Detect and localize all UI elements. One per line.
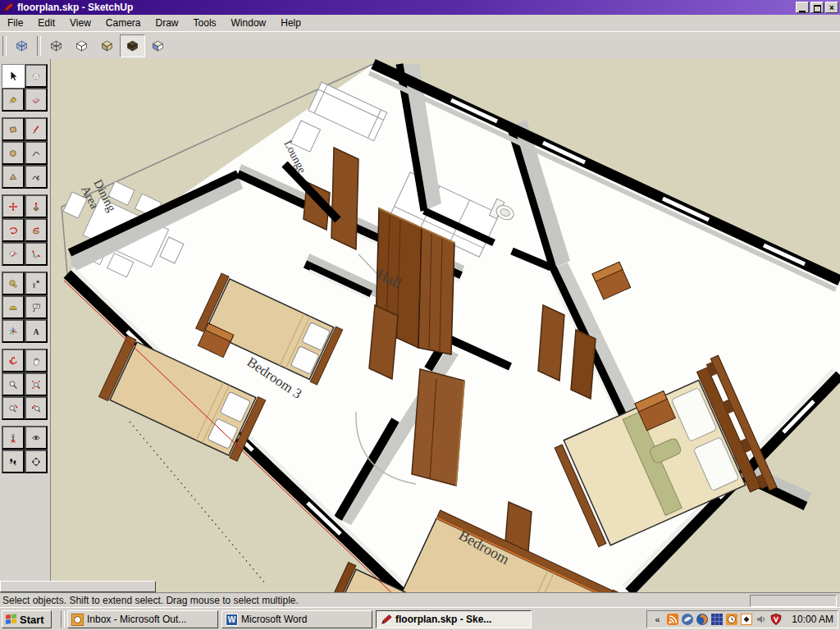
rss-icon[interactable]	[666, 614, 678, 626]
tape-measure-icon	[8, 275, 18, 293]
alarm-clock-icon[interactable]	[725, 614, 737, 626]
svg-text:A: A	[33, 326, 39, 336]
menu-file[interactable]: File	[0, 16, 30, 30]
tool-palette: ABC A	[0, 59, 51, 592]
menu-draw[interactable]: Draw	[148, 16, 186, 30]
scale-icon	[31, 245, 41, 263]
text-tool-button[interactable]: ABC	[25, 295, 48, 319]
drawing-viewport[interactable]: Dining Area Lounge Hall Bedroom 3 Bedroo…	[51, 59, 840, 592]
tray-overflow-chevron[interactable]: «	[651, 614, 664, 626]
line-tool-button[interactable]	[25, 117, 48, 141]
menu-window[interactable]: Window	[224, 16, 274, 30]
firefox-icon[interactable]	[696, 614, 708, 626]
walk-tool-button[interactable]	[2, 450, 25, 473]
component-box-icon	[31, 67, 41, 85]
menu-camera[interactable]: Camera	[98, 16, 148, 30]
push-pull-tool-button[interactable]	[25, 194, 48, 218]
task-button-word[interactable]: W Microsoft Word	[221, 610, 372, 628]
circle-icon	[8, 144, 18, 162]
antivirus-shield-icon[interactable]	[769, 614, 782, 626]
task-button-outlook[interactable]: Inbox - Microsoft Out...	[67, 610, 218, 628]
master-door-1[interactable]	[538, 305, 564, 381]
scale-tool-button[interactable]	[25, 242, 48, 266]
tape-measure-tool-button[interactable]	[2, 272, 25, 295]
eye-icon	[31, 429, 41, 447]
master-door-2[interactable]	[571, 330, 596, 399]
zoom-window-tool-button[interactable]	[25, 372, 48, 396]
axes-tool-button[interactable]	[2, 319, 25, 343]
clock[interactable]: 10:00 AM	[792, 614, 833, 625]
taskbar: Start Inbox - Microsoft Out... W Microso…	[0, 607, 840, 630]
render-style-toolbar	[0, 32, 840, 60]
zoom-previous-icon	[31, 399, 41, 418]
minimize-button[interactable]	[796, 2, 809, 13]
rectangle-icon	[8, 121, 18, 139]
pencil-icon	[31, 121, 41, 139]
pan-tool-button[interactable]	[25, 349, 48, 372]
select-tool-button[interactable]	[2, 64, 25, 88]
3d-text-tool-button[interactable]: A	[25, 319, 48, 343]
protractor-tool-button[interactable]	[2, 295, 25, 319]
launcher-diamond-icon[interactable]	[740, 614, 752, 626]
svg-text:A-5: A-5	[34, 462, 39, 464]
rectangle-tool-button[interactable]	[2, 117, 25, 141]
make-component-tool-button[interactable]	[25, 64, 48, 88]
zoom-window-icon	[31, 376, 41, 394]
bathroom-door[interactable]	[331, 148, 358, 249]
circle-tool-button[interactable]	[2, 141, 25, 165]
arc-icon	[31, 144, 41, 162]
orbit-tool-button[interactable]	[2, 349, 25, 372]
monochrome-mode-button[interactable]	[145, 34, 171, 57]
task-label: Inbox - Microsoft Out...	[87, 614, 186, 625]
pan-hand-icon	[31, 352, 41, 370]
offset-icon	[8, 245, 18, 263]
thunderbird-icon[interactable]	[681, 614, 693, 626]
close-button[interactable]: ×	[825, 2, 838, 13]
bedroom3-door[interactable]	[369, 305, 398, 379]
zoom-extents-tool-button[interactable]	[2, 396, 25, 420]
look-around-tool-button[interactable]	[25, 426, 48, 450]
arc-tool-button[interactable]	[25, 141, 48, 165]
position-camera-icon	[8, 429, 18, 447]
toolbar-separator	[37, 36, 41, 56]
protractor-icon	[8, 299, 18, 317]
hidden-line-cube-icon	[75, 36, 89, 56]
menu-view[interactable]: View	[62, 16, 98, 30]
remote-desktop-icon[interactable]	[710, 614, 723, 626]
zoom-previous-tool-button[interactable]	[25, 396, 48, 420]
eraser-tool-button[interactable]	[25, 88, 48, 112]
offset-tool-button[interactable]	[2, 242, 25, 266]
task-button-sketchup[interactable]: floorplan.skp - Ske...	[376, 610, 532, 628]
title-bar[interactable]: floorplan.skp - SketchUp ×	[0, 0, 840, 15]
minimize-icon	[799, 11, 806, 12]
freehand-tool-button[interactable]	[25, 165, 48, 189]
section-plane-tool-button[interactable]: C A-5	[25, 450, 48, 473]
move-tool-button[interactable]	[2, 194, 25, 218]
paint-bucket-tool-button[interactable]	[2, 88, 25, 112]
zoom-tool-button[interactable]	[2, 372, 25, 396]
start-button[interactable]: Start	[2, 610, 52, 628]
measurements-box[interactable]	[750, 595, 837, 607]
shaded-with-textures-mode-button[interactable]	[120, 34, 145, 57]
volume-icon[interactable]	[755, 614, 767, 626]
wireframe-mode-button[interactable]	[43, 34, 69, 57]
shaded-mode-button[interactable]	[94, 34, 120, 57]
position-camera-tool-button[interactable]	[2, 426, 25, 450]
menu-edit[interactable]: Edit	[30, 16, 62, 30]
menu-help[interactable]: Help	[273, 16, 308, 30]
zoom-extents-icon	[8, 399, 18, 418]
rotate-tool-button[interactable]	[2, 218, 25, 242]
restore-button[interactable]	[810, 2, 824, 13]
hidden-line-mode-button[interactable]	[69, 34, 94, 57]
dimension-tool-button[interactable]	[25, 272, 48, 295]
menu-bar: File Edit View Camera Draw Tools Window …	[0, 15, 840, 32]
polygon-tool-button[interactable]	[2, 165, 25, 189]
menu-tools[interactable]: Tools	[186, 16, 224, 30]
task-label: floorplan.skp - Ske...	[395, 614, 491, 625]
follow-me-tool-button[interactable]	[25, 218, 48, 242]
bedroom1-door[interactable]	[412, 369, 464, 486]
select-arrow-icon	[7, 67, 19, 85]
xray-mode-button[interactable]	[9, 34, 34, 57]
toolbar-handle	[2, 36, 7, 56]
system-tray: « 10:00 AM	[646, 610, 838, 628]
